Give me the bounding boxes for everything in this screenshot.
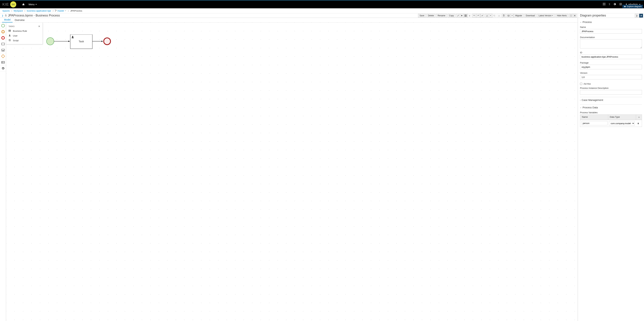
palette-gateway[interactable] xyxy=(0,53,6,59)
svg-rect-3 xyxy=(603,4,604,5)
palette-start-event[interactable] xyxy=(0,23,6,29)
svg-rect-5 xyxy=(605,4,605,5)
palette-intermediate-event[interactable] xyxy=(0,29,6,35)
input-name[interactable] xyxy=(580,29,642,34)
home-icon[interactable] xyxy=(22,3,25,6)
delete-variable-button[interactable] xyxy=(635,121,641,126)
svg-rect-39 xyxy=(2,61,4,63)
expand-icon[interactable] xyxy=(569,14,573,18)
bc-spaces[interactable]: Spaces xyxy=(2,10,10,12)
lock-icon xyxy=(5,14,7,17)
svg-rect-6 xyxy=(603,5,604,5)
download-button[interactable]: Download xyxy=(524,14,536,18)
explore-diagram-button[interactable]: Explore diagram xyxy=(622,5,643,8)
section-process[interactable]: ⌄ Process xyxy=(580,19,642,25)
image-caret-icon[interactable] xyxy=(510,14,514,18)
bc-project[interactable]: business-application-kjar xyxy=(27,10,51,12)
add-variable-button[interactable]: ＋ xyxy=(636,115,642,120)
bc-current: JPAProcess xyxy=(70,10,82,12)
palette-settings[interactable] xyxy=(0,65,6,72)
label-version: Version xyxy=(580,72,642,74)
rename-button[interactable]: Rename xyxy=(436,14,447,18)
migrate-button[interactable]: Migrate xyxy=(514,14,524,18)
collapse-props-icon[interactable]: ❯ xyxy=(635,14,638,18)
validate-icon[interactable] xyxy=(480,14,484,18)
download-icon[interactable] xyxy=(485,14,489,18)
logo-kie: KIE xyxy=(2,2,9,7)
copy-button[interactable]: Copy xyxy=(448,14,456,18)
help-icon[interactable]: ? xyxy=(609,3,610,6)
svg-point-51 xyxy=(72,36,73,37)
input-version[interactable] xyxy=(580,75,642,80)
section-case-management[interactable]: › Case Management xyxy=(580,97,642,103)
label-name: Name xyxy=(580,26,642,28)
var-name-input[interactable] xyxy=(582,121,608,125)
input-pid[interactable] xyxy=(580,90,642,95)
latest-version-button[interactable]: Latest Version xyxy=(537,14,555,18)
palette-item-business-rule[interactable]: Business Rule xyxy=(6,29,42,33)
top-bar: KIE IDE Menu ? wbadmin xyxy=(0,0,644,8)
gear-icon[interactable] xyxy=(614,3,616,6)
section-process-data[interactable]: ⌄ Process Data xyxy=(580,104,642,110)
label-adhoc: Ad-Hoc xyxy=(584,83,591,85)
svg-point-31 xyxy=(2,24,4,27)
tab-overview[interactable]: Overview xyxy=(12,18,26,23)
pencil-icon[interactable] xyxy=(456,14,460,18)
cut-icon[interactable] xyxy=(497,14,501,18)
svg-point-11 xyxy=(626,4,627,5)
var-type-select[interactable]: com.company.model. xyxy=(609,121,635,126)
bc-myspace[interactable]: MySpace xyxy=(14,10,23,12)
branch-caret-icon[interactable] xyxy=(65,10,66,12)
checkbox-adhoc[interactable] xyxy=(580,83,582,85)
input-package[interactable] xyxy=(580,65,642,69)
download-caret-icon[interactable] xyxy=(489,14,492,18)
palette-end-event[interactable] xyxy=(0,35,6,41)
svg-rect-37 xyxy=(2,50,4,51)
chevron-down-icon: ⌄ xyxy=(580,106,582,109)
palette-lane[interactable] xyxy=(0,59,6,65)
copy-clipboard-icon[interactable] xyxy=(492,14,496,18)
palette-task[interactable] xyxy=(0,41,6,47)
trash-icon[interactable] xyxy=(468,14,472,18)
redo-icon[interactable] xyxy=(476,14,480,18)
bpmn-diagram: Task xyxy=(45,35,116,55)
hide-alerts-button[interactable]: Hide Alerts xyxy=(556,14,568,18)
editor-title: JPAProcess.bpmn - Business Process xyxy=(8,14,60,17)
logo-ide: IDE xyxy=(10,1,16,8)
end-event-node xyxy=(104,38,110,45)
delete-button[interactable]: Delete xyxy=(426,14,436,18)
svg-rect-38 xyxy=(1,55,5,58)
svg-rect-24 xyxy=(466,16,466,17)
paste-icon[interactable] xyxy=(502,14,506,18)
image-icon[interactable] xyxy=(506,14,510,18)
close-icon[interactable] xyxy=(573,14,576,18)
edit-props-icon[interactable] xyxy=(639,14,643,18)
admin-icon[interactable] xyxy=(620,3,622,6)
apps-icon[interactable] xyxy=(603,3,605,6)
svg-rect-4 xyxy=(604,4,604,5)
palette-item-script[interactable]: Script xyxy=(6,38,42,43)
save-button[interactable]: Save xyxy=(418,14,426,18)
input-id[interactable] xyxy=(580,55,642,59)
palette-subprocess[interactable] xyxy=(0,47,6,53)
svg-rect-18 xyxy=(466,15,466,15)
palette-item-user[interactable]: User xyxy=(6,33,42,38)
canvas[interactable]: Task xyxy=(6,23,578,321)
menu-dropdown[interactable]: Menu xyxy=(28,3,37,6)
input-documentation[interactable] xyxy=(580,39,642,48)
play-icon[interactable] xyxy=(460,14,464,18)
bc-branch[interactable]: master xyxy=(57,10,64,12)
svg-point-34 xyxy=(2,37,4,39)
branch-icon xyxy=(55,10,57,12)
label-process-variables: Process Variables xyxy=(580,111,642,114)
chevron-down-icon: ⌄ xyxy=(580,21,582,23)
undo-icon[interactable] xyxy=(472,14,476,18)
start-event-node xyxy=(46,38,54,45)
expand-panel-icon[interactable]: ❯ xyxy=(1,15,4,17)
grid-icon[interactable] xyxy=(464,14,468,18)
palette xyxy=(0,23,6,321)
tab-model[interactable]: Model xyxy=(2,17,12,23)
svg-rect-15 xyxy=(5,15,6,16)
palette-popup-close-icon[interactable]: ✕ xyxy=(38,25,40,28)
svg-rect-7 xyxy=(604,5,604,5)
